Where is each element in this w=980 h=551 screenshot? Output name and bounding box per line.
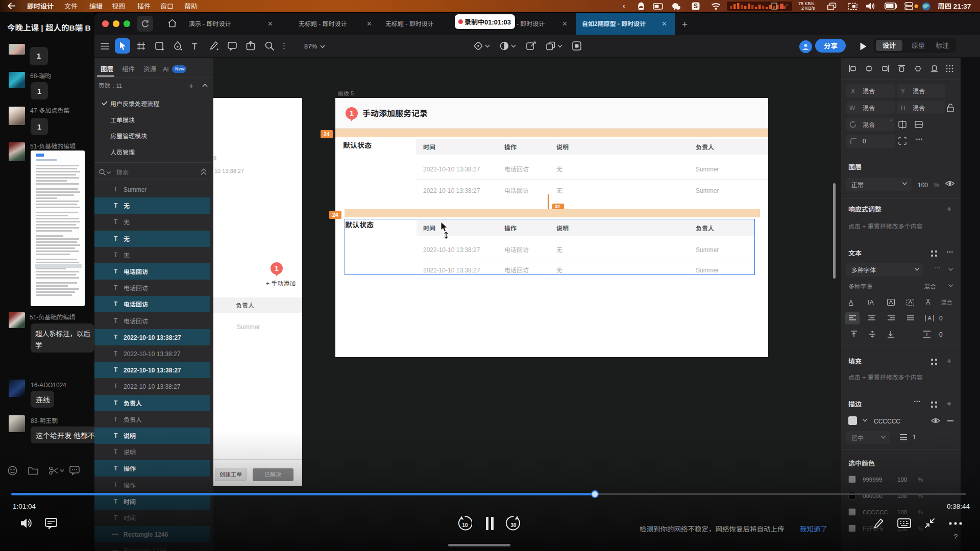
svg-text:30: 30: [510, 522, 517, 528]
svg-text:♪: ♪: [786, 3, 788, 7]
svg-text:1: 1: [275, 264, 279, 272]
svg-text:A: A: [928, 315, 932, 321]
svg-text:10: 10: [462, 522, 468, 528]
svg-text:S: S: [694, 3, 698, 10]
svg-text:1: 1: [350, 109, 354, 117]
